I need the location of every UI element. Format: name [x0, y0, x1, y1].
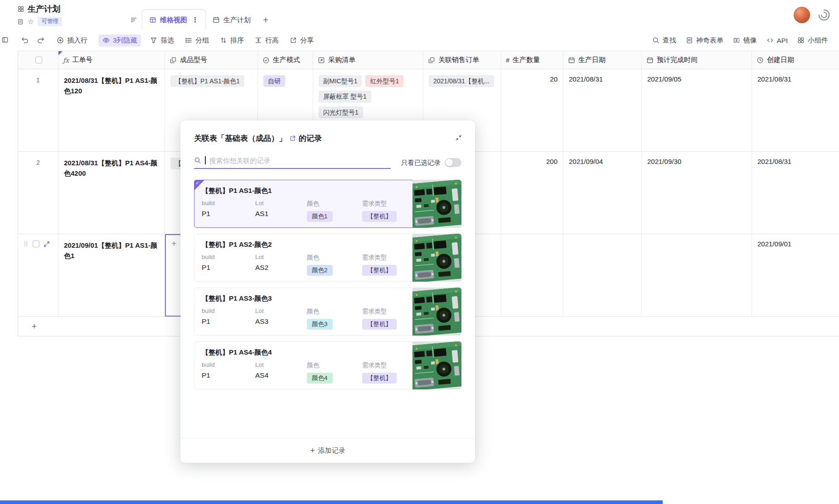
tab-plan-view[interactable]: 生产计划: [206, 10, 257, 30]
created-date-cell[interactable]: 2021/08/31: [752, 69, 839, 152]
field-value-lot: AS4: [255, 371, 307, 379]
record-search-input[interactable]: [209, 157, 391, 164]
share-label: 分享: [300, 36, 314, 45]
collapse-modal-icon[interactable]: [455, 134, 462, 141]
column-header-purchase-list[interactable]: 采购清单: [313, 51, 423, 69]
record-title: 【整机】P1 AS4-颜色4: [202, 348, 405, 357]
grid-view-icon: [149, 16, 156, 24]
field-label: 需求类型: [362, 200, 405, 208]
quantity-cell[interactable]: 200: [501, 152, 563, 234]
row-height-button[interactable]: 行高: [255, 36, 279, 45]
row-checkbox[interactable]: [33, 240, 39, 247]
app-window: 生产计划 ☆ 可管理 维格视图 ⋮ 生产计划 +: [0, 0, 839, 504]
column-header-production-date[interactable]: 生产日期: [563, 51, 642, 69]
horizontal-scrollbar[interactable]: [0, 500, 663, 504]
add-linked-record-icon[interactable]: +: [171, 239, 177, 249]
find-button[interactable]: 查找: [652, 36, 676, 45]
permission-badge: 可管理: [38, 17, 62, 27]
column-header-production-mode[interactable]: 生产模式: [258, 51, 313, 69]
check-icon: ✓: [195, 180, 199, 186]
external-link-icon[interactable]: [289, 135, 296, 142]
row-number: 1: [36, 77, 40, 84]
field-label: 颜色: [307, 307, 362, 316]
expected-finish-cell[interactable]: [642, 234, 752, 317]
select-all-checkbox[interactable]: [35, 57, 42, 63]
hidden-columns-button[interactable]: 3列隐藏: [98, 34, 141, 47]
field-value-lot: AS3: [255, 317, 307, 326]
tab-grid-view[interactable]: 维格视图 ⋮: [142, 10, 206, 30]
created-date-cell[interactable]: 2021/09/01: [752, 234, 839, 317]
column-header-created-date[interactable]: 创建日期: [752, 51, 839, 69]
column-label: 采购清单: [328, 56, 355, 64]
record-title: 【整机】P1 AS1-颜色1: [202, 187, 405, 195]
magic-form-button[interactable]: 神奇表单: [686, 36, 723, 45]
sort-button[interactable]: 排序: [220, 36, 244, 45]
plus-icon: +: [310, 446, 315, 455]
order-no-cell[interactable]: 2021/08/31【整机】P1 AS4-颜色4200: [58, 152, 165, 234]
expected-finish-cell[interactable]: 2021/09/05: [642, 69, 752, 152]
expand-record-icon[interactable]: [43, 240, 50, 248]
record-card[interactable]: ✓ 【整机】P1 AS1-颜色1 buildP1 LotAS1 颜色颜色1 需求…: [194, 180, 461, 228]
insert-row-button[interactable]: 插入行: [57, 36, 87, 45]
filter-label: 筛选: [160, 36, 174, 45]
selected-only-toggle-group: 只看已选记录: [401, 158, 461, 167]
record-search-box[interactable]: [194, 156, 391, 169]
filter-button[interactable]: 筛选: [150, 36, 174, 45]
created-date-cell[interactable]: 2021/08/31: [752, 152, 839, 234]
redo-icon[interactable]: [37, 36, 45, 44]
drag-handle-icon[interactable]: [23, 240, 29, 247]
row-select-cell[interactable]: 2: [18, 152, 58, 234]
quantity-cell[interactable]: 20: [501, 69, 563, 152]
expected-finish-cell[interactable]: 2021/09/30: [642, 152, 752, 234]
column-header-product-model[interactable]: 成品型号: [165, 51, 258, 69]
column-header-sales-order[interactable]: 关联销售订单: [423, 51, 501, 69]
row-select-cell[interactable]: [18, 234, 58, 317]
color-tag: 颜色3: [307, 319, 333, 330]
type-tag: 【整机】: [362, 373, 397, 384]
app-title-block: 生产计划 ☆ 可管理: [17, 4, 62, 27]
record-card[interactable]: 【整机】P1 AS3-颜色3 buildP1 LotAS3 颜色颜色3 需求类型…: [194, 288, 461, 336]
select-all-cell[interactable]: [18, 51, 58, 69]
color-tag: 颜色2: [307, 265, 333, 276]
quantity-cell[interactable]: [501, 234, 563, 317]
column-header-quantity[interactable]: # 生产数量: [501, 51, 563, 69]
tab-menu-icon[interactable]: ⋮: [192, 16, 199, 24]
app-brand-icon[interactable]: [817, 8, 831, 22]
record-card[interactable]: 【整机】P1 AS4-颜色4 buildP1 LotAS4 颜色颜色4 需求类型…: [194, 341, 461, 389]
field-value-build: P1: [202, 264, 255, 272]
selected-only-toggle[interactable]: [445, 158, 461, 167]
add-record-button[interactable]: + 添加记录: [180, 438, 475, 463]
production-date-cell[interactable]: [563, 234, 642, 317]
row-select-cell[interactable]: 1: [18, 69, 58, 152]
plus-circle-icon: [57, 37, 64, 44]
production-date-cell[interactable]: 2021/08/31: [563, 69, 642, 152]
order-no-cell[interactable]: 2021/09/01【整机】P1 AS1-颜色1: [58, 234, 165, 317]
column-header-order-no[interactable]: ƒx 工单号: [58, 51, 165, 69]
record-thumbnail: [412, 288, 461, 336]
view-list-button[interactable]: [126, 10, 142, 30]
record-thumbnail: [412, 180, 461, 228]
doc-icon[interactable]: [17, 19, 24, 25]
undo-icon[interactable]: [21, 36, 29, 44]
record-card[interactable]: 【整机】P1 AS2-颜色2 buildP1 LotAS2 颜色颜色2 需求类型…: [194, 234, 461, 282]
group-button[interactable]: 分组: [185, 36, 209, 45]
column-label: 生产日期: [578, 56, 606, 64]
collapse-panel-icon[interactable]: [1, 36, 9, 43]
mirror-button[interactable]: 镜像: [733, 36, 757, 45]
order-no-cell[interactable]: 2021/08/31【整机】P1 AS1-颜色120: [58, 69, 165, 152]
top-bar-right: [794, 7, 831, 23]
api-button[interactable]: API: [766, 37, 788, 44]
add-view-button[interactable]: +: [257, 10, 274, 30]
star-icon[interactable]: ☆: [28, 18, 34, 25]
production-date-cell[interactable]: 2021/09/04: [563, 152, 642, 234]
purchase-tag: 屏蔽框罩 型号1: [319, 91, 371, 102]
user-avatar[interactable]: [794, 7, 810, 23]
column-label: 关联销售订单: [438, 56, 479, 64]
column-header-expected-finish[interactable]: 预计完成时间: [642, 51, 752, 69]
field-label: Lot: [255, 361, 307, 368]
widgets-button[interactable]: 小组件: [797, 36, 828, 45]
tab-label: 维格视图: [160, 16, 187, 24]
field-value-lot: AS1: [255, 210, 307, 218]
column-label: 工单号: [72, 56, 92, 64]
share-button[interactable]: 分享: [290, 36, 314, 45]
